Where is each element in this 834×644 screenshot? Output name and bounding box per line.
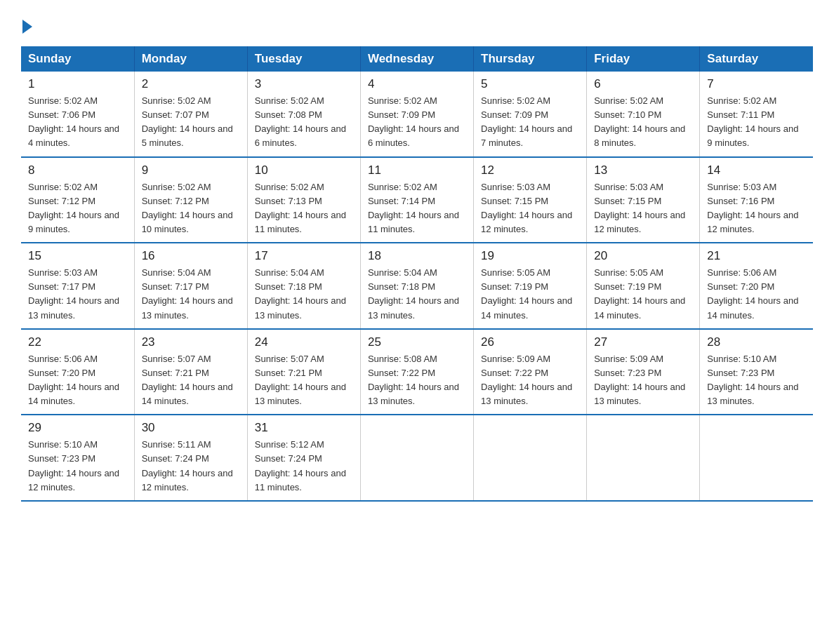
day-number: 19 (481, 249, 579, 263)
day-info: Sunrise: 5:09 AMSunset: 7:23 PMDaylight:… (594, 352, 692, 409)
day-info: Sunrise: 5:02 AMSunset: 7:09 PMDaylight:… (368, 94, 466, 151)
calendar-table: SundayMondayTuesdayWednesdayThursdayFrid… (21, 46, 813, 502)
calendar-cell: 17Sunrise: 5:04 AMSunset: 7:18 PMDayligh… (247, 243, 360, 329)
calendar-cell: 19Sunrise: 5:05 AMSunset: 7:19 PMDayligh… (474, 243, 587, 329)
day-number: 18 (368, 249, 466, 263)
day-info: Sunrise: 5:04 AMSunset: 7:18 PMDaylight:… (368, 266, 466, 323)
day-info: Sunrise: 5:07 AMSunset: 7:21 PMDaylight:… (255, 352, 353, 409)
calendar-cell: 18Sunrise: 5:04 AMSunset: 7:18 PMDayligh… (360, 243, 473, 329)
calendar-cell (587, 415, 700, 501)
day-number: 31 (255, 421, 353, 435)
calendar-header-row: SundayMondayTuesdayWednesdayThursdayFrid… (21, 46, 813, 72)
calendar-cell: 8Sunrise: 5:02 AMSunset: 7:12 PMDaylight… (21, 157, 134, 243)
calendar-cell: 2Sunrise: 5:02 AMSunset: 7:07 PMDaylight… (134, 72, 247, 157)
logo (21, 14, 34, 34)
day-number: 11 (368, 163, 466, 177)
calendar-cell: 15Sunrise: 5:03 AMSunset: 7:17 PMDayligh… (21, 243, 134, 329)
calendar-cell: 12Sunrise: 5:03 AMSunset: 7:15 PMDayligh… (474, 157, 587, 243)
calendar-week-row: 8Sunrise: 5:02 AMSunset: 7:12 PMDaylight… (21, 157, 813, 243)
day-number: 29 (28, 421, 127, 435)
day-info: Sunrise: 5:05 AMSunset: 7:19 PMDaylight:… (481, 266, 579, 323)
column-header-monday: Monday (134, 46, 247, 72)
calendar-cell (700, 415, 813, 501)
day-number: 8 (28, 163, 127, 177)
calendar-cell: 13Sunrise: 5:03 AMSunset: 7:15 PMDayligh… (587, 157, 700, 243)
day-info: Sunrise: 5:09 AMSunset: 7:22 PMDaylight:… (481, 352, 579, 409)
day-number: 30 (142, 421, 240, 435)
calendar-cell: 21Sunrise: 5:06 AMSunset: 7:20 PMDayligh… (700, 243, 813, 329)
calendar-cell: 28Sunrise: 5:10 AMSunset: 7:23 PMDayligh… (700, 329, 813, 415)
calendar-cell (474, 415, 587, 501)
day-info: Sunrise: 5:03 AMSunset: 7:16 PMDaylight:… (707, 180, 806, 237)
day-number: 27 (594, 335, 692, 349)
day-number: 28 (707, 335, 806, 349)
calendar-cell: 26Sunrise: 5:09 AMSunset: 7:22 PMDayligh… (474, 329, 587, 415)
column-header-friday: Friday (587, 46, 700, 72)
day-number: 10 (255, 163, 353, 177)
day-number: 9 (142, 163, 240, 177)
calendar-cell (360, 415, 473, 501)
day-number: 21 (707, 249, 806, 263)
calendar-cell: 10Sunrise: 5:02 AMSunset: 7:13 PMDayligh… (247, 157, 360, 243)
day-info: Sunrise: 5:07 AMSunset: 7:21 PMDaylight:… (142, 352, 240, 409)
day-number: 1 (28, 77, 127, 91)
logo-arrow-icon (22, 20, 32, 34)
day-info: Sunrise: 5:10 AMSunset: 7:23 PMDaylight:… (707, 352, 806, 409)
day-number: 4 (368, 77, 466, 91)
calendar-cell: 14Sunrise: 5:03 AMSunset: 7:16 PMDayligh… (700, 157, 813, 243)
calendar-cell: 29Sunrise: 5:10 AMSunset: 7:23 PMDayligh… (21, 415, 134, 501)
day-number: 5 (481, 77, 579, 91)
day-number: 25 (368, 335, 466, 349)
calendar-cell: 4Sunrise: 5:02 AMSunset: 7:09 PMDaylight… (360, 72, 473, 157)
column-header-wednesday: Wednesday (360, 46, 473, 72)
day-info: Sunrise: 5:02 AMSunset: 7:07 PMDaylight:… (142, 94, 240, 151)
day-info: Sunrise: 5:03 AMSunset: 7:17 PMDaylight:… (28, 266, 127, 323)
calendar-cell: 20Sunrise: 5:05 AMSunset: 7:19 PMDayligh… (587, 243, 700, 329)
day-number: 2 (142, 77, 240, 91)
day-info: Sunrise: 5:02 AMSunset: 7:08 PMDaylight:… (255, 94, 353, 151)
day-info: Sunrise: 5:02 AMSunset: 7:11 PMDaylight:… (707, 94, 806, 151)
day-number: 17 (255, 249, 353, 263)
day-info: Sunrise: 5:02 AMSunset: 7:12 PMDaylight:… (142, 180, 240, 237)
calendar-cell: 27Sunrise: 5:09 AMSunset: 7:23 PMDayligh… (587, 329, 700, 415)
day-number: 24 (255, 335, 353, 349)
day-info: Sunrise: 5:02 AMSunset: 7:10 PMDaylight:… (594, 94, 692, 151)
day-number: 6 (594, 77, 692, 91)
day-info: Sunrise: 5:02 AMSunset: 7:06 PMDaylight:… (28, 94, 127, 151)
day-info: Sunrise: 5:03 AMSunset: 7:15 PMDaylight:… (481, 180, 579, 237)
day-info: Sunrise: 5:04 AMSunset: 7:18 PMDaylight:… (255, 266, 353, 323)
calendar-cell: 22Sunrise: 5:06 AMSunset: 7:20 PMDayligh… (21, 329, 134, 415)
day-info: Sunrise: 5:02 AMSunset: 7:14 PMDaylight:… (368, 180, 466, 237)
calendar-cell: 3Sunrise: 5:02 AMSunset: 7:08 PMDaylight… (247, 72, 360, 157)
day-info: Sunrise: 5:02 AMSunset: 7:13 PMDaylight:… (255, 180, 353, 237)
day-number: 26 (481, 335, 579, 349)
calendar-cell: 11Sunrise: 5:02 AMSunset: 7:14 PMDayligh… (360, 157, 473, 243)
day-info: Sunrise: 5:02 AMSunset: 7:09 PMDaylight:… (481, 94, 579, 151)
calendar-cell: 24Sunrise: 5:07 AMSunset: 7:21 PMDayligh… (247, 329, 360, 415)
day-number: 16 (142, 249, 240, 263)
day-number: 23 (142, 335, 240, 349)
calendar-cell: 5Sunrise: 5:02 AMSunset: 7:09 PMDaylight… (474, 72, 587, 157)
day-info: Sunrise: 5:10 AMSunset: 7:23 PMDaylight:… (28, 438, 127, 495)
column-header-tuesday: Tuesday (247, 46, 360, 72)
day-info: Sunrise: 5:04 AMSunset: 7:17 PMDaylight:… (142, 266, 240, 323)
calendar-week-row: 15Sunrise: 5:03 AMSunset: 7:17 PMDayligh… (21, 243, 813, 329)
day-info: Sunrise: 5:06 AMSunset: 7:20 PMDaylight:… (28, 352, 127, 409)
day-info: Sunrise: 5:11 AMSunset: 7:24 PMDaylight:… (142, 438, 240, 495)
day-number: 14 (707, 163, 806, 177)
calendar-cell: 16Sunrise: 5:04 AMSunset: 7:17 PMDayligh… (134, 243, 247, 329)
day-info: Sunrise: 5:12 AMSunset: 7:24 PMDaylight:… (255, 438, 353, 495)
day-number: 3 (255, 77, 353, 91)
calendar-cell: 31Sunrise: 5:12 AMSunset: 7:24 PMDayligh… (247, 415, 360, 501)
column-header-saturday: Saturday (700, 46, 813, 72)
day-info: Sunrise: 5:05 AMSunset: 7:19 PMDaylight:… (594, 266, 692, 323)
day-number: 7 (707, 77, 806, 91)
calendar-cell: 30Sunrise: 5:11 AMSunset: 7:24 PMDayligh… (134, 415, 247, 501)
calendar-week-row: 29Sunrise: 5:10 AMSunset: 7:23 PMDayligh… (21, 415, 813, 501)
column-header-sunday: Sunday (21, 46, 134, 72)
day-info: Sunrise: 5:06 AMSunset: 7:20 PMDaylight:… (707, 266, 806, 323)
calendar-week-row: 22Sunrise: 5:06 AMSunset: 7:20 PMDayligh… (21, 329, 813, 415)
column-header-thursday: Thursday (474, 46, 587, 72)
calendar-week-row: 1Sunrise: 5:02 AMSunset: 7:06 PMDaylight… (21, 72, 813, 157)
header (21, 14, 813, 34)
